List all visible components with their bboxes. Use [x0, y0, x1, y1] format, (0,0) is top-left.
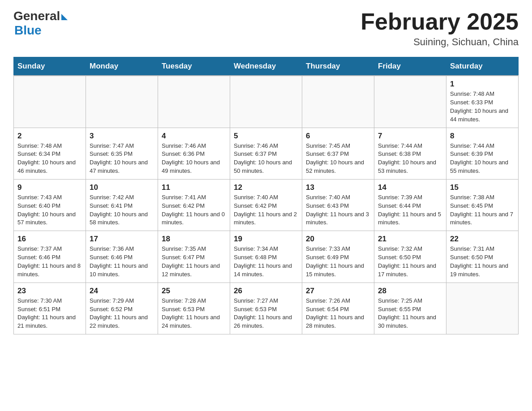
day-number: 22	[450, 235, 515, 244]
calendar-cell: 3Sunrise: 7:47 AM Sunset: 6:35 PM Daylig…	[86, 128, 158, 179]
day-number: 5	[234, 132, 298, 141]
day-number: 15	[450, 183, 515, 192]
calendar-cell: 4Sunrise: 7:46 AM Sunset: 6:36 PM Daylig…	[158, 128, 230, 179]
day-info: Sunrise: 7:30 AM Sunset: 6:51 PM Dayligh…	[17, 297, 82, 330]
day-info: Sunrise: 7:37 AM Sunset: 6:46 PM Dayligh…	[17, 245, 82, 278]
title-section: February 2025 Suining, Sichuan, China	[360, 9, 519, 48]
day-info: Sunrise: 7:38 AM Sunset: 6:45 PM Dayligh…	[450, 193, 515, 227]
calendar-cell	[446, 283, 519, 334]
day-info: Sunrise: 7:42 AM Sunset: 6:41 PM Dayligh…	[90, 193, 154, 227]
day-info: Sunrise: 7:29 AM Sunset: 6:52 PM Dayligh…	[90, 297, 154, 330]
calendar-header-row: Sunday Monday Tuesday Wednesday Thursday…	[14, 57, 519, 76]
day-number: 11	[162, 183, 226, 192]
day-number: 12	[234, 183, 298, 192]
day-info: Sunrise: 7:44 AM Sunset: 6:38 PM Dayligh…	[378, 142, 442, 176]
day-number: 27	[306, 287, 370, 295]
day-info: Sunrise: 7:26 AM Sunset: 6:54 PM Dayligh…	[306, 297, 370, 330]
day-info: Sunrise: 7:31 AM Sunset: 6:50 PM Dayligh…	[450, 245, 515, 278]
logo-triangle-icon	[61, 14, 68, 20]
page-header: General Blue February 2025 Suining, Sich…	[13, 9, 519, 48]
day-info: Sunrise: 7:36 AM Sunset: 6:46 PM Dayligh…	[90, 245, 154, 278]
day-number: 20	[306, 235, 370, 244]
day-info: Sunrise: 7:27 AM Sunset: 6:53 PM Dayligh…	[234, 297, 298, 330]
calendar-cell: 7Sunrise: 7:44 AM Sunset: 6:38 PM Daylig…	[374, 128, 446, 179]
calendar-cell: 8Sunrise: 7:44 AM Sunset: 6:39 PM Daylig…	[446, 128, 519, 179]
calendar-week-row: 9Sunrise: 7:43 AM Sunset: 6:40 PM Daylig…	[14, 179, 519, 231]
day-number: 9	[17, 183, 82, 192]
month-title: February 2025	[360, 9, 519, 34]
calendar-cell: 23Sunrise: 7:30 AM Sunset: 6:51 PM Dayli…	[14, 283, 86, 334]
col-friday: Friday	[374, 57, 446, 76]
day-number: 16	[17, 235, 82, 244]
col-wednesday: Wednesday	[230, 57, 302, 76]
day-info: Sunrise: 7:44 AM Sunset: 6:39 PM Dayligh…	[450, 142, 515, 176]
calendar-cell: 14Sunrise: 7:39 AM Sunset: 6:44 PM Dayli…	[374, 179, 446, 231]
calendar-cell	[86, 76, 158, 128]
day-number: 8	[450, 132, 515, 141]
calendar-cell: 17Sunrise: 7:36 AM Sunset: 6:46 PM Dayli…	[86, 231, 158, 283]
calendar-cell: 28Sunrise: 7:25 AM Sunset: 6:55 PM Dayli…	[374, 283, 446, 334]
day-info: Sunrise: 7:25 AM Sunset: 6:55 PM Dayligh…	[378, 297, 442, 330]
day-info: Sunrise: 7:33 AM Sunset: 6:49 PM Dayligh…	[306, 245, 370, 278]
col-monday: Monday	[86, 57, 158, 76]
calendar-cell	[14, 76, 86, 128]
calendar-cell: 2Sunrise: 7:48 AM Sunset: 6:34 PM Daylig…	[14, 128, 86, 179]
day-number: 13	[306, 183, 370, 192]
day-number: 24	[90, 287, 154, 295]
day-number: 7	[378, 132, 442, 141]
day-info: Sunrise: 7:35 AM Sunset: 6:47 PM Dayligh…	[162, 245, 226, 278]
calendar-cell: 26Sunrise: 7:27 AM Sunset: 6:53 PM Dayli…	[230, 283, 302, 334]
calendar-cell: 12Sunrise: 7:40 AM Sunset: 6:42 PM Dayli…	[230, 179, 302, 231]
day-number: 19	[234, 235, 298, 244]
calendar-week-row: 23Sunrise: 7:30 AM Sunset: 6:51 PM Dayli…	[14, 283, 519, 334]
day-info: Sunrise: 7:41 AM Sunset: 6:42 PM Dayligh…	[162, 193, 226, 227]
day-info: Sunrise: 7:46 AM Sunset: 6:36 PM Dayligh…	[162, 142, 226, 176]
calendar-cell: 25Sunrise: 7:28 AM Sunset: 6:53 PM Dayli…	[158, 283, 230, 334]
calendar-cell: 24Sunrise: 7:29 AM Sunset: 6:52 PM Dayli…	[86, 283, 158, 334]
calendar-cell: 27Sunrise: 7:26 AM Sunset: 6:54 PM Dayli…	[302, 283, 374, 334]
day-number: 6	[306, 132, 370, 141]
col-thursday: Thursday	[302, 57, 374, 76]
day-number: 14	[378, 183, 442, 192]
calendar-cell: 21Sunrise: 7:32 AM Sunset: 6:50 PM Dayli…	[374, 231, 446, 283]
location-subtitle: Suining, Sichuan, China	[360, 36, 519, 48]
calendar-table: Sunday Monday Tuesday Wednesday Thursday…	[13, 57, 519, 334]
calendar-cell: 13Sunrise: 7:40 AM Sunset: 6:43 PM Dayli…	[302, 179, 374, 231]
logo-blue-text: Blue	[14, 23, 42, 38]
day-info: Sunrise: 7:43 AM Sunset: 6:40 PM Dayligh…	[17, 193, 82, 227]
day-info: Sunrise: 7:40 AM Sunset: 6:42 PM Dayligh…	[234, 193, 298, 227]
calendar-cell: 15Sunrise: 7:38 AM Sunset: 6:45 PM Dayli…	[446, 179, 519, 231]
day-info: Sunrise: 7:39 AM Sunset: 6:44 PM Dayligh…	[378, 193, 442, 227]
calendar-cell	[302, 76, 374, 128]
day-number: 10	[90, 183, 154, 192]
calendar-cell: 6Sunrise: 7:45 AM Sunset: 6:37 PM Daylig…	[302, 128, 374, 179]
calendar-cell: 20Sunrise: 7:33 AM Sunset: 6:49 PM Dayli…	[302, 231, 374, 283]
day-number: 1	[450, 80, 515, 89]
day-info: Sunrise: 7:32 AM Sunset: 6:50 PM Dayligh…	[378, 245, 442, 278]
calendar-cell: 16Sunrise: 7:37 AM Sunset: 6:46 PM Dayli…	[14, 231, 86, 283]
day-number: 25	[162, 287, 226, 295]
calendar-cell: 9Sunrise: 7:43 AM Sunset: 6:40 PM Daylig…	[14, 179, 86, 231]
day-number: 26	[234, 287, 298, 295]
calendar-cell: 5Sunrise: 7:46 AM Sunset: 6:37 PM Daylig…	[230, 128, 302, 179]
day-number: 2	[17, 132, 82, 141]
calendar-cell	[158, 76, 230, 128]
day-info: Sunrise: 7:34 AM Sunset: 6:48 PM Dayligh…	[234, 245, 298, 278]
calendar-cell: 11Sunrise: 7:41 AM Sunset: 6:42 PM Dayli…	[158, 179, 230, 231]
day-info: Sunrise: 7:46 AM Sunset: 6:37 PM Dayligh…	[234, 142, 298, 176]
day-number: 28	[378, 287, 442, 295]
day-info: Sunrise: 7:40 AM Sunset: 6:43 PM Dayligh…	[306, 193, 370, 227]
logo: General Blue	[13, 9, 68, 38]
day-number: 23	[17, 287, 82, 295]
col-tuesday: Tuesday	[158, 57, 230, 76]
calendar-week-row: 16Sunrise: 7:37 AM Sunset: 6:46 PM Dayli…	[14, 231, 519, 283]
day-info: Sunrise: 7:47 AM Sunset: 6:35 PM Dayligh…	[90, 142, 154, 176]
calendar-week-row: 2Sunrise: 7:48 AM Sunset: 6:34 PM Daylig…	[14, 128, 519, 179]
calendar-cell	[374, 76, 446, 128]
day-info: Sunrise: 7:45 AM Sunset: 6:37 PM Dayligh…	[306, 142, 370, 176]
calendar-cell: 18Sunrise: 7:35 AM Sunset: 6:47 PM Dayli…	[158, 231, 230, 283]
day-info: Sunrise: 7:28 AM Sunset: 6:53 PM Dayligh…	[162, 297, 226, 330]
logo-general-text: General	[13, 9, 60, 23]
calendar-cell: 1Sunrise: 7:48 AM Sunset: 6:33 PM Daylig…	[446, 76, 519, 128]
day-number: 18	[162, 235, 226, 244]
